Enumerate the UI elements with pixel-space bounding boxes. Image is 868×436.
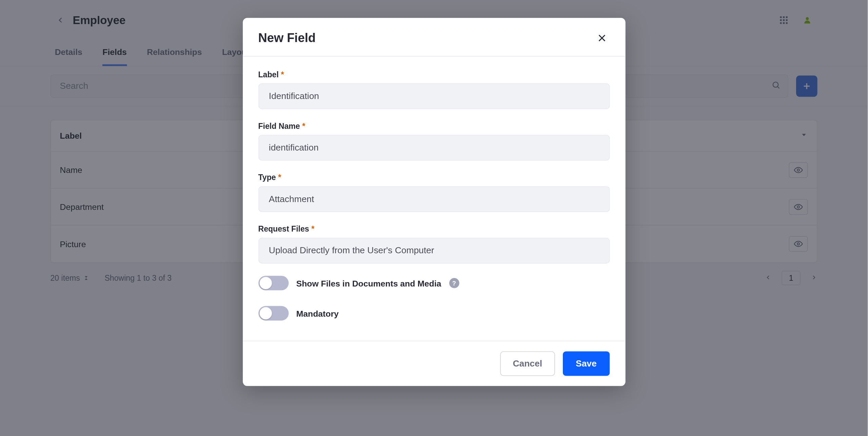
requestfiles-field-label: Request Files* [258, 224, 609, 233]
mandatory-label: Mandatory [296, 309, 339, 318]
label-input[interactable] [258, 83, 609, 109]
fieldname-field-label: Field Name* [258, 121, 609, 130]
help-icon[interactable]: ? [449, 278, 459, 288]
requestfiles-select[interactable]: Upload Directly from the User's Computer [258, 238, 609, 263]
label-field-label: Label* [258, 70, 609, 79]
modal-overlay: New Field Label* Field Name* [0, 0, 868, 436]
modal-header: New Field [242, 18, 625, 57]
mandatory-toggle[interactable] [258, 306, 288, 321]
type-field-label: Type* [258, 173, 609, 182]
showfiles-toggle[interactable] [258, 276, 288, 290]
type-select[interactable]: Attachment [258, 186, 609, 212]
modal-title: New Field [258, 31, 315, 45]
showfiles-label: Show Files in Documents and Media [296, 278, 441, 288]
save-button[interactable]: Save [563, 351, 610, 376]
new-field-modal: New Field Label* Field Name* [242, 18, 625, 386]
close-button[interactable] [594, 30, 609, 46]
cancel-button[interactable]: Cancel [500, 351, 555, 376]
fieldname-input[interactable] [258, 135, 609, 161]
modal-footer: Cancel Save [242, 341, 625, 386]
